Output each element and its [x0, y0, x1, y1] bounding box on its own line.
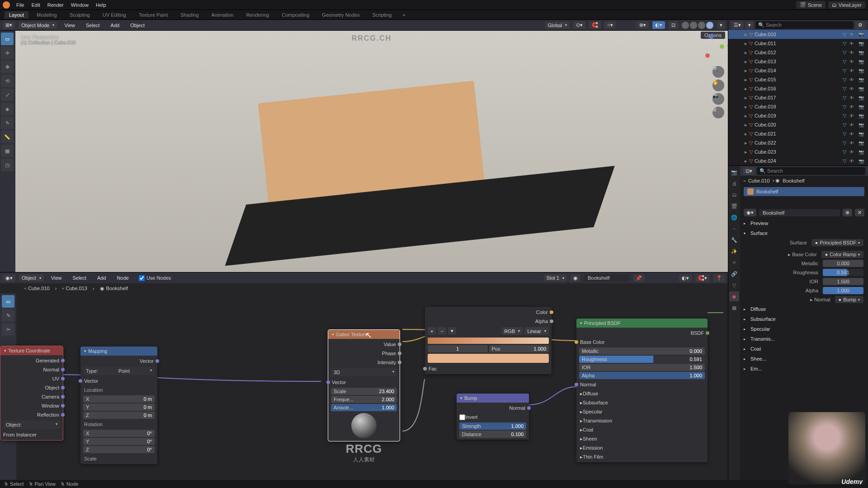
- panel-transmission[interactable]: Transmis...: [740, 334, 868, 344]
- gabor-out-intensity[interactable]: Intensity: [328, 358, 400, 367]
- outliner-item[interactable]: ▸ ▽ Cube.018 ▽ 👁 📷: [728, 102, 868, 111]
- p-sec-transmission[interactable]: ▸ Transmission: [576, 416, 708, 425]
- tab-uv-editing[interactable]: UV Editing: [98, 11, 131, 19]
- ptab-texture[interactable]: ▦: [729, 303, 739, 313]
- outliner-filter[interactable]: ⚙: [855, 21, 865, 29]
- tab-rendering[interactable]: Rendering: [241, 11, 274, 19]
- p-roughness[interactable]: Roughness0.591: [579, 356, 705, 363]
- chevron-icon[interactable]: ▸: [745, 113, 747, 119]
- tab-compositing[interactable]: Compositing: [277, 11, 314, 19]
- ne-menu-select[interactable]: Select: [69, 274, 90, 282]
- shading-solid[interactable]: [690, 22, 697, 29]
- gabor-mode[interactable]: 3D: [331, 368, 397, 376]
- ptab-viewlayer[interactable]: 🗂: [729, 190, 739, 200]
- render-toggle[interactable]: 📷: [857, 77, 865, 82]
- visibility-toggle[interactable]: 👁: [848, 131, 855, 136]
- visibility-toggle[interactable]: 👁: [848, 59, 855, 64]
- prop-search[interactable]: 🔍 Search: [757, 167, 865, 175]
- material-browse[interactable]: ◉: [571, 274, 580, 282]
- scene-selector[interactable]: 🎬Scene: [796, 1, 826, 9]
- render-toggle[interactable]: 📷: [857, 86, 865, 91]
- node-color-ramp[interactable]: Color Alpha + − ▾ RGB Linear 1: [425, 307, 552, 374]
- visibility-toggle[interactable]: 👁: [848, 32, 855, 37]
- node-title-bump[interactable]: Bump: [457, 394, 529, 403]
- ptab-render[interactable]: 📷: [729, 167, 739, 177]
- ramp-tools[interactable]: ▾: [448, 327, 456, 335]
- panel-sheen[interactable]: Shee...: [740, 354, 868, 364]
- ptab-modifier[interactable]: 🔧: [729, 235, 739, 245]
- menu-edit[interactable]: Edit: [28, 1, 44, 9]
- visibility-toggle[interactable]: 👁: [848, 86, 855, 91]
- chevron-icon[interactable]: ▸: [745, 131, 747, 137]
- shading-rendered[interactable]: [706, 22, 713, 29]
- prop-roughness[interactable]: 0.591: [823, 269, 863, 276]
- visibility-toggle[interactable]: 👁: [848, 41, 855, 46]
- tool-measure[interactable]: 📏: [1, 131, 14, 143]
- ramp-add-stop[interactable]: +: [428, 327, 436, 335]
- viewlayer-selector[interactable]: 🗂ViewLayer: [828, 1, 865, 9]
- visibility-toggle[interactable]: 👁: [848, 159, 855, 164]
- mat-new[interactable]: ⊕: [843, 209, 852, 216]
- xray-toggle[interactable]: ⊡: [669, 21, 678, 29]
- p-sec-sheen[interactable]: ▸ Sheen: [576, 434, 708, 443]
- chevron-icon[interactable]: ▸: [745, 77, 747, 83]
- gabor-freq[interactable]: Freque...2.000: [331, 396, 397, 403]
- bump-distance[interactable]: Distance0.100: [459, 431, 526, 438]
- tool-annotate[interactable]: ✎: [1, 117, 14, 129]
- bump-invert[interactable]: Invert: [457, 413, 529, 422]
- outliner-display[interactable]: ▾: [745, 21, 754, 29]
- outliner-item[interactable]: ▸ ▽ Cube.010 ▽ 👁 📷: [728, 30, 868, 39]
- proportional-btn[interactable]: ○▾: [604, 21, 616, 29]
- panel-subsurface[interactable]: Subsurface: [740, 314, 868, 324]
- tab-scripting[interactable]: Scripting: [368, 11, 396, 19]
- mat-unlink[interactable]: ✕: [855, 209, 864, 216]
- ne-overlay[interactable]: ◐▾: [679, 274, 692, 282]
- tab-modeling[interactable]: Modeling: [32, 11, 61, 19]
- p-sec-coat[interactable]: ▸ Coat: [576, 425, 708, 434]
- bump-out-normal[interactable]: Normal: [457, 404, 529, 413]
- use-nodes-checkbox[interactable]: [139, 275, 145, 281]
- outliner-item[interactable]: ▸ ▽ Cube.012 ▽ 👁 📷: [728, 48, 868, 57]
- bc-mat[interactable]: ◉ Bookshelf: [97, 285, 131, 292]
- shading-wire[interactable]: [682, 22, 689, 29]
- visibility-toggle[interactable]: 👁: [848, 122, 855, 127]
- visibility-toggle[interactable]: 👁: [848, 68, 855, 73]
- map-type[interactable]: Type:Point: [83, 367, 155, 375]
- shading-dropdown[interactable]: ▾: [717, 21, 725, 29]
- outliner-item[interactable]: ▸ ▽ Cube.016 ▽ 👁 📷: [728, 84, 868, 93]
- node-title-texcoord[interactable]: Texture Coordinate: [0, 346, 63, 355]
- gizmo-toggle[interactable]: ⊕▾: [637, 21, 649, 29]
- outliner-item[interactable]: ▸ ▽ Cube.022 ▽ 👁 📷: [728, 138, 868, 147]
- p-sec-subsurface[interactable]: ▸ Subsurface: [576, 398, 708, 407]
- chevron-icon[interactable]: ▸: [745, 50, 747, 56]
- basecolor-link[interactable]: ● Color Ramp: [821, 251, 863, 258]
- material-slot[interactable]: Bookshelf: [744, 187, 864, 196]
- panel-preview[interactable]: Preview: [740, 218, 868, 228]
- render-toggle[interactable]: 📷: [857, 104, 865, 109]
- chevron-icon[interactable]: ▸: [745, 68, 747, 74]
- outliner-item[interactable]: ▸ ▽ Cube.015 ▽ 👁 📷: [728, 75, 868, 84]
- outliner-item[interactable]: ▸ ▽ Cube.019 ▽ 👁 📷: [728, 111, 868, 120]
- mat-pin[interactable]: 📌: [633, 274, 645, 282]
- out-window[interactable]: Window: [0, 401, 63, 410]
- ptab-scene[interactable]: 🎬: [729, 201, 739, 211]
- gabor-scale[interactable]: Scale23.400: [331, 388, 397, 395]
- p-basecolor[interactable]: Base Color: [576, 338, 708, 347]
- persp-gizmo[interactable]: ⊞: [712, 107, 724, 118]
- zoom-gizmo[interactable]: 🔍: [712, 66, 724, 78]
- ptab-particles[interactable]: ✨: [729, 246, 739, 256]
- tool-addprimitive[interactable]: ◳: [1, 159, 14, 171]
- p-ior[interactable]: IOR1.500: [579, 364, 705, 371]
- tool-rotate[interactable]: ⟲: [1, 75, 14, 87]
- ne-tool-select[interactable]: ▭: [2, 295, 14, 308]
- node-mapping[interactable]: Mapping Vector Type:Point Vector Locatio…: [80, 347, 157, 464]
- p-normal[interactable]: Normal: [576, 380, 708, 389]
- surface-shader-btn[interactable]: ● Principled BSDF: [811, 239, 863, 246]
- node-title-gabor[interactable]: Gabor Texture: [328, 330, 400, 339]
- editor-type-shader[interactable]: ◉▾: [3, 274, 15, 282]
- tool-select[interactable]: ▭: [1, 33, 14, 45]
- chevron-icon[interactable]: ▸: [745, 149, 747, 155]
- ramp-out-alpha[interactable]: Alpha: [425, 317, 552, 326]
- ptab-object[interactable]: ▫: [729, 224, 739, 234]
- node-title-principled[interactable]: Principled BSDF: [576, 319, 708, 328]
